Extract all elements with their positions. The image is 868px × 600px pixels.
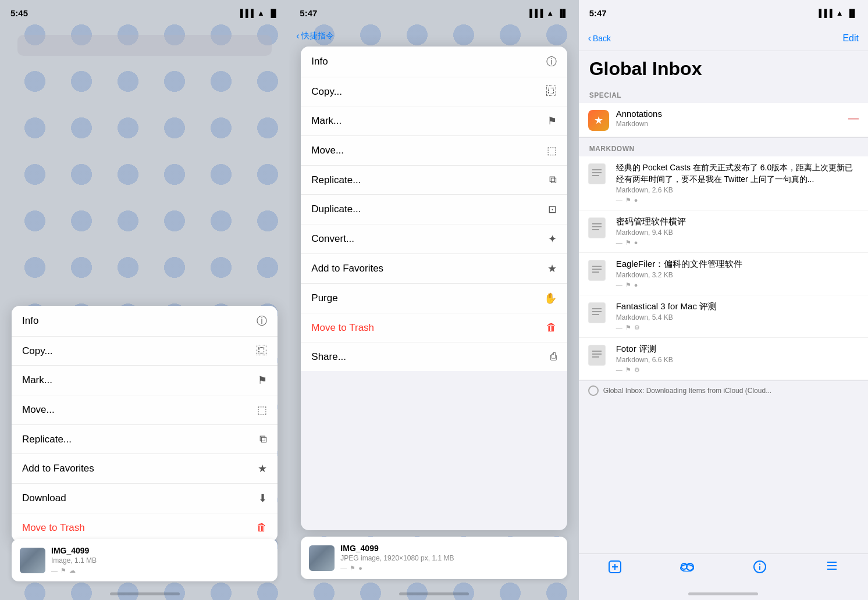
panel2-info-icon: ⓘ bbox=[546, 55, 557, 69]
panel2-menu-item-copy[interactable]: Copy... ⿴ bbox=[301, 77, 567, 106]
panel2-menu-item-share[interactable]: Share... ⎙ bbox=[301, 342, 567, 371]
list-item-2[interactable]: EagleFiler：偏科的文件管理软件 Markdown, 3.2 KB — … bbox=[579, 253, 868, 295]
move-icon: ⬚ bbox=[257, 403, 267, 416]
panel3-signal-icon: ▐▐▐ bbox=[816, 9, 833, 17]
toolbar-cloud-button[interactable] bbox=[680, 560, 695, 572]
list-item-body-2: EagleFiler：偏科的文件管理软件 Markdown, 3.2 KB — … bbox=[616, 259, 859, 289]
toolbar-add-button[interactable] bbox=[608, 560, 622, 574]
panel1-file-meta: Image, 1.1 MB bbox=[51, 556, 97, 565]
menu-item-download[interactable]: Download ⬇ bbox=[12, 484, 278, 513]
menu-item-move-label: Move... bbox=[22, 404, 55, 416]
panel2-file-meta: JPEG image, 1920×1080 px, 1.1 MB bbox=[340, 554, 454, 562]
menu-item-replicate[interactable]: Replicate... ⧉ bbox=[12, 425, 278, 454]
item-meta-1: — ⚑ ● bbox=[616, 239, 859, 247]
item-subtitle-1: Markdown, 9.4 KB bbox=[616, 228, 859, 237]
panel1-file-img bbox=[20, 548, 45, 573]
list-item-4[interactable]: Fotor 评测 Markdown, 6.6 KB — ⚑ ⚙ bbox=[579, 338, 868, 380]
flag-icon: ⚑ bbox=[258, 374, 267, 387]
doc-icon-wrapper-3 bbox=[588, 302, 609, 323]
item-title-0: 经典的 Pocket Casts 在前天正式发布了 6.0版本，距离上次更新已经… bbox=[616, 162, 859, 185]
menu-item-trash[interactable]: Move to Trash 🗑 bbox=[12, 513, 278, 542]
loading-circle-icon bbox=[588, 385, 599, 396]
panel2-battery-icon: ▐▌ bbox=[557, 9, 568, 17]
panel2-menu-item-purge-label: Purge bbox=[311, 292, 337, 304]
meta-icon1: — bbox=[616, 197, 622, 204]
trash-icon: 🗑 bbox=[257, 522, 267, 534]
menu-item-mark[interactable]: Mark... ⚑ bbox=[12, 366, 278, 395]
panel2-file-name: IMG_4099 bbox=[340, 544, 454, 553]
panel2-purge-icon: ✋ bbox=[544, 292, 557, 305]
doc-icon-wrapper-4 bbox=[588, 345, 609, 366]
copy-icon: ⿴ bbox=[257, 345, 267, 357]
panel2-menu-item-convert-label: Convert... bbox=[311, 233, 354, 245]
menu-item-move[interactable]: Move... ⬚ bbox=[12, 395, 278, 425]
toolbar-list-button[interactable] bbox=[825, 560, 839, 572]
panel2-duplicate-icon: ⊡ bbox=[548, 203, 557, 216]
doc-icon-3 bbox=[588, 302, 606, 323]
panel2-menu-item-trash[interactable]: Move to Trash 🗑 bbox=[301, 313, 567, 342]
panel2: 5:47 ▐▐▐ ▲ ▐▌ ‹ 快捷指令 Info ⓘ Copy... ⿴ Ma… bbox=[289, 0, 578, 600]
meta3-icon3: ⚙ bbox=[634, 324, 640, 331]
panel2-copy-icon: ⿴ bbox=[546, 85, 557, 98]
panel2-menu-item-info[interactable]: Info ⓘ bbox=[301, 47, 567, 77]
list-item-0[interactable]: 经典的 Pocket Casts 在前天正式发布了 6.0版本，距离上次更新已经… bbox=[579, 156, 868, 210]
panel1-file-thumb bbox=[20, 548, 45, 573]
panel3-time: 5:47 bbox=[589, 8, 607, 18]
panel1-time: 5:45 bbox=[10, 8, 28, 18]
panel3-back-label: Back bbox=[593, 34, 611, 43]
panel2-icon2: ⚑ bbox=[350, 565, 355, 572]
annotations-item[interactable]: ★ Annotations Markdown — bbox=[579, 103, 868, 137]
item-meta-2: — ⚑ ● bbox=[616, 281, 859, 289]
panel3-main-content: Global Inbox SPECIAL ★ Annotations Markd… bbox=[579, 51, 868, 553]
star-icon: ★ bbox=[258, 462, 267, 475]
list-item-1[interactable]: 密码管理软件横评 Markdown, 9.4 KB — ⚑ ● bbox=[579, 210, 868, 253]
list-item-body-3: Fantastical 3 for Mac 评测 Markdown, 5.4 K… bbox=[616, 301, 859, 331]
battery-icon: ▐▌ bbox=[268, 9, 279, 17]
panel2-menu-item-duplicate[interactable]: Duplicate... ⊡ bbox=[301, 195, 567, 224]
menu-item-replicate-label: Replicate... bbox=[22, 434, 72, 445]
panel1-file-icons: — ⚑ ☁ bbox=[51, 567, 97, 574]
panel3-back-nav[interactable]: ‹ Back bbox=[588, 33, 611, 44]
panel3-home-indicator bbox=[688, 592, 758, 595]
menu-item-info-label: Info bbox=[22, 315, 38, 327]
panel2-menu-item-convert[interactable]: Convert... ✦ bbox=[301, 224, 567, 254]
panel2-icon3: ● bbox=[358, 565, 362, 572]
item-subtitle-3: Markdown, 5.4 KB bbox=[616, 313, 859, 322]
edit-button[interactable]: Edit bbox=[842, 33, 859, 44]
panel2-file-info: IMG_4099 JPEG image, 1920×1080 px, 1.1 M… bbox=[340, 544, 454, 572]
panel2-menu-item-favorites[interactable]: Add to Favorites ★ bbox=[301, 254, 567, 284]
panel2-menu-item-replicate[interactable]: Replicate... ⧉ bbox=[301, 166, 567, 195]
panel2-menu-item-move-label: Move... bbox=[311, 145, 344, 156]
section-header-special: SPECIAL bbox=[579, 84, 868, 103]
panel3-nav-bar: ‹ Back Edit bbox=[579, 26, 868, 51]
menu-item-favorites[interactable]: Add to Favorites ★ bbox=[12, 454, 278, 484]
panel2-star-icon: ★ bbox=[547, 262, 557, 275]
panel2-back-nav[interactable]: ‹ 快捷指令 bbox=[296, 31, 333, 41]
svg-rect-16 bbox=[589, 345, 605, 365]
doc-icon-0 bbox=[588, 163, 606, 184]
item-title-2: EagleFiler：偏科的文件管理软件 bbox=[616, 259, 859, 270]
panel2-menu-item-purge[interactable]: Purge ✋ bbox=[301, 284, 567, 313]
menu-item-copy[interactable]: Copy... ⿴ bbox=[12, 337, 278, 366]
panel2-menu-item-mark[interactable]: Mark... ⚑ bbox=[301, 106, 567, 136]
panel2-menu-item-move[interactable]: Move... ⬚ bbox=[301, 136, 567, 166]
meta-icon3: ● bbox=[634, 197, 638, 204]
panel2-status-bar: 5:47 ▐▐▐ ▲ ▐▌ bbox=[289, 0, 578, 26]
panel3-chevron-icon: ‹ bbox=[588, 33, 591, 44]
section-header-markdown: MARKDOWN bbox=[579, 138, 868, 156]
panel1-context-menu: Info ⓘ Copy... ⿴ Mark... ⚑ Move... ⬚ Rep… bbox=[12, 306, 278, 542]
menu-item-info[interactable]: Info ⓘ bbox=[12, 306, 278, 337]
list-item-3[interactable]: Fantastical 3 for Mac 评测 Markdown, 5.4 K… bbox=[579, 295, 868, 338]
panel2-flag-icon: ⚑ bbox=[547, 115, 557, 127]
panel2-chevron-icon: ‹ bbox=[296, 31, 299, 41]
item-title-4: Fotor 评测 bbox=[616, 344, 859, 355]
panel2-menu-item-duplicate-label: Duplicate... bbox=[311, 203, 361, 215]
item-subtitle-2: Markdown, 3.2 KB bbox=[616, 271, 859, 279]
doc-icon-4 bbox=[588, 345, 606, 366]
panel2-status-icons: ▐▐▐ ▲ ▐▌ bbox=[527, 9, 568, 17]
menu-item-trash-label: Move to Trash bbox=[22, 522, 85, 534]
panel2-nav-bar: ‹ 快捷指令 bbox=[289, 26, 578, 47]
panel1-status-icons: ▐▐▐ ▲ ▐▌ bbox=[237, 9, 279, 17]
panel1-status-bar: 5:45 ▐▐▐ ▲ ▐▌ bbox=[0, 0, 289, 26]
toolbar-info-button[interactable] bbox=[753, 560, 767, 574]
